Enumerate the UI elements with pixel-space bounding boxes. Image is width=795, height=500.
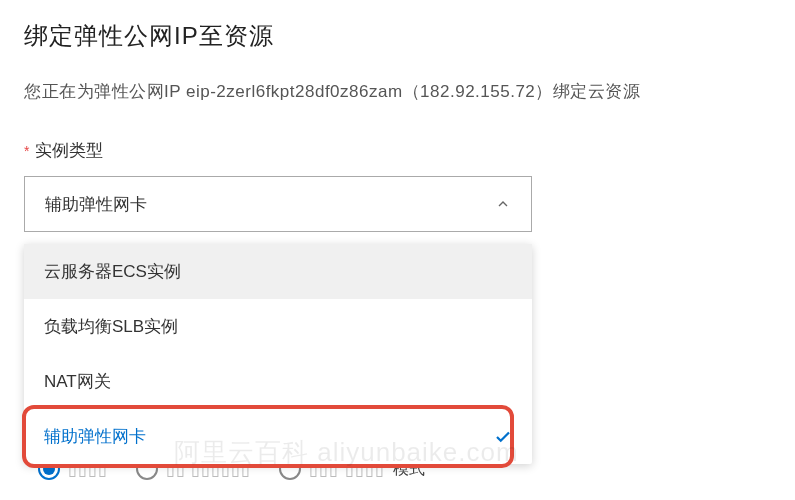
instance-type-select[interactable]: 辅助弹性网卡	[24, 176, 532, 232]
required-mark: *	[24, 143, 29, 159]
instance-type-label-text: 实例类型	[35, 139, 103, 162]
checkmark-icon	[494, 428, 512, 446]
dropdown-option-label: 负载均衡SLB实例	[44, 315, 178, 338]
dropdown-option-label: 辅助弹性网卡	[44, 425, 146, 448]
eip-id: eip-2zerl6fkpt28df0z86zam	[186, 82, 403, 101]
select-value: 辅助弹性网卡	[45, 193, 147, 216]
select-display[interactable]: 辅助弹性网卡	[24, 176, 532, 232]
dropdown-option-label: 云服务器ECS实例	[44, 260, 181, 283]
dropdown-option-slb[interactable]: 负载均衡SLB实例	[24, 299, 532, 354]
chevron-up-icon	[495, 196, 511, 212]
page-title: 绑定弹性公网IP至资源	[24, 20, 771, 52]
dropdown-option-eni[interactable]: 辅助弹性网卡	[24, 409, 532, 464]
dropdown-option-nat[interactable]: NAT网关	[24, 354, 532, 409]
eip-ip: （182.92.155.72）	[403, 82, 553, 101]
description-prefix: 您正在为弹性公网IP	[24, 82, 186, 101]
dropdown-panel: 云服务器ECS实例 负载均衡SLB实例 NAT网关 辅助弹性网卡 阿里云百科 a…	[24, 244, 532, 464]
description: 您正在为弹性公网IP eip-2zerl6fkpt28df0z86zam（182…	[24, 80, 771, 103]
instance-type-label: * 实例类型	[24, 139, 771, 162]
description-suffix: 绑定云资源	[553, 82, 641, 101]
dropdown-option-label: NAT网关	[44, 370, 111, 393]
dropdown-option-ecs[interactable]: 云服务器ECS实例	[24, 244, 532, 299]
